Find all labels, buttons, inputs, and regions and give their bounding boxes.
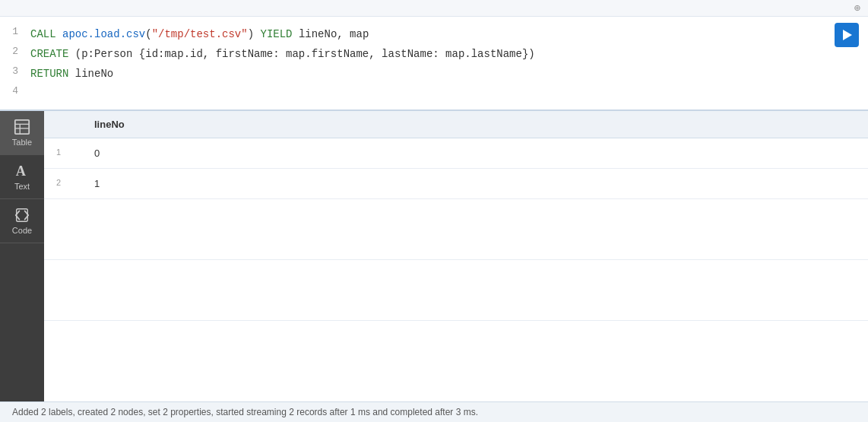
table-panel: lineNo 1 0 2 1 [44,111,868,401]
line-number-3: 3 [0,65,30,77]
row-num-2: 2 [44,169,82,199]
row-value-1: 0 [82,138,868,169]
line-content-3: RETURN lineNo [30,65,113,82]
code-line-2[interactable]: 2 CREATE (p:Person {id:map.id, firstName… [0,44,868,64]
results-area: Table A Text Code lineNo [0,111,868,401]
table-row: 1 0 [44,138,868,169]
table-row: 2 1 [44,169,868,199]
sidebar: Table A Text Code [0,111,44,401]
result-table: lineNo 1 0 2 1 [44,111,868,321]
sidebar-item-table-label: Table [12,138,32,147]
pin-icon[interactable]: ⊕ [854,2,860,14]
table-icon [14,119,30,135]
table-header-row: lineNo [44,111,868,138]
empty-row-1 [44,199,868,260]
svg-text:A: A [16,163,27,179]
line-content-2: CREATE (p:Person {id:map.id, firstName: … [30,46,535,62]
svg-rect-5 [17,209,28,222]
line-number-2: 2 [0,46,30,57]
sidebar-item-table[interactable]: Table [0,111,44,155]
code-line-4[interactable]: 4 [0,84,868,102]
code-line-3[interactable]: 3 RETURN lineNo [0,64,868,84]
line-content-1: CALL apoc.load.csv("/tmp/test.csv") YIEL… [30,26,369,43]
text-icon: A [14,163,30,179]
status-bar: Added 2 labels, created 2 nodes, set 2 p… [0,401,868,422]
code-line-1[interactable]: 1 CALL apoc.load.csv("/tmp/test.csv") YI… [0,24,868,44]
row-num-header [44,111,82,138]
editor-area: 1 CALL apoc.load.csv("/tmp/test.csv") YI… [0,17,868,111]
line-number-4: 4 [0,85,30,97]
sidebar-item-code-label: Code [12,226,32,235]
row-value-2: 1 [82,169,868,199]
top-bar: ⊕ [0,0,868,17]
code-icon [14,207,30,224]
sidebar-item-text-label: Text [14,182,30,191]
empty-row-2 [44,260,868,321]
status-message: Added 2 labels, created 2 nodes, set 2 p… [12,407,478,417]
row-num-1: 1 [44,138,82,169]
sidebar-item-code[interactable]: Code [0,199,44,243]
column-header-lineNo: lineNo [82,111,868,138]
line-number-1: 1 [0,26,30,37]
run-button[interactable] [835,23,859,47]
svg-rect-0 [15,120,29,134]
code-lines: 1 CALL apoc.load.csv("/tmp/test.csv") YI… [0,24,868,102]
sidebar-item-text[interactable]: A Text [0,155,44,199]
